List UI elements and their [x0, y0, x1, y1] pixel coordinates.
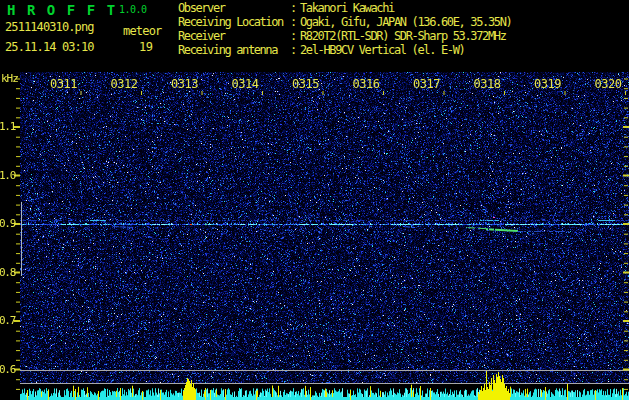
receiver-label: Receiver — [178, 30, 290, 44]
observer-label: Observer — [178, 2, 290, 16]
info-row-observer: Observer : Takanori Kawachi — [178, 2, 628, 16]
receiver-value: R820T2(RTL-SDR) SDR-Sharp 53.372MHz — [300, 30, 506, 44]
observer-value: Takanori Kawachi — [300, 2, 394, 16]
info-row-receiver: Receiver : R820T2(RTL-SDR) SDR-Sharp 53.… — [178, 30, 628, 44]
separator: : — [290, 30, 300, 44]
hrofft-output: HROFFT 1.0.0 2511140310.png meteor 25.11… — [0, 0, 629, 400]
info-row-antenna: Receiving antenna : 2el-HB9CV Vertical (… — [178, 44, 628, 58]
antenna-value: 2el-HB9CV Vertical (el. E-W) — [300, 44, 465, 58]
echo-count: 19 — [139, 40, 152, 54]
y-axis-unit-label: kHz — [1, 72, 18, 85]
separator: : — [290, 44, 300, 58]
location-value: Ogaki, Gifu, JAPAN (136.60E, 35.35N) — [300, 16, 512, 30]
observation-datetime: 25.11.14 03:10 — [5, 40, 94, 54]
separator: : — [290, 16, 300, 30]
app-title: HROFFT — [7, 2, 127, 18]
app-version: 1.0.0 — [119, 4, 147, 15]
output-filename: 2511140310.png — [5, 20, 94, 34]
location-label: Receiving Location — [178, 16, 290, 30]
observation-mode: meteor — [123, 24, 162, 38]
spectrogram-canvas — [0, 60, 629, 400]
info-row-location: Receiving Location : Ogaki, Gifu, JAPAN … — [178, 16, 628, 30]
separator: : — [290, 2, 300, 16]
antenna-label: Receiving antenna — [178, 44, 290, 58]
observation-info: Observer : Takanori Kawachi Receiving Lo… — [178, 2, 628, 58]
